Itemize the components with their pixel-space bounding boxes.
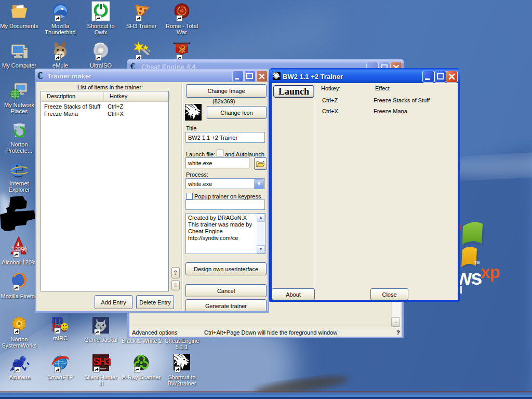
svg-text:xp: xp — [481, 262, 500, 282]
svg-text:SH3: SH3 — [93, 356, 111, 367]
svg-text:TM: TM — [474, 261, 480, 264]
